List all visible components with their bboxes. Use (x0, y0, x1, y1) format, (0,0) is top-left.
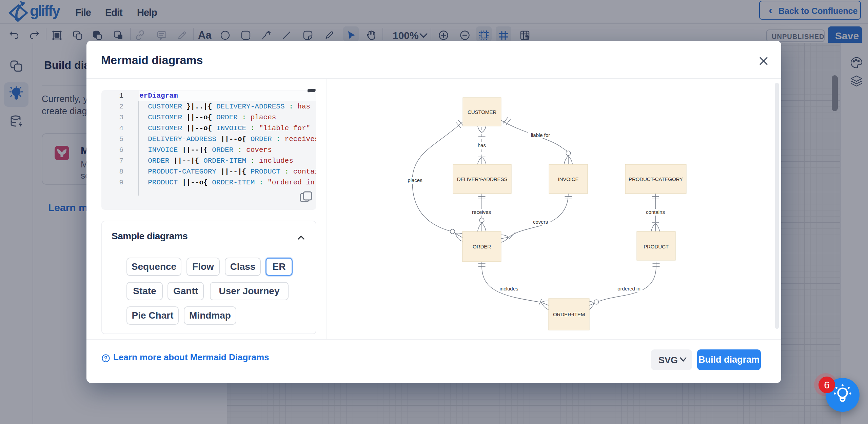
svg-text:DELIVERY-ADDRESS: DELIVERY-ADDRESS (457, 176, 508, 182)
svg-text:PRODUCT-CATEGORY: PRODUCT-CATEGORY (629, 176, 683, 182)
svg-text:PRODUCT: PRODUCT (644, 244, 669, 249)
svg-text:covers: covers (533, 219, 548, 225)
svg-text:ORDER-ITEM: ORDER-ITEM (553, 311, 585, 317)
svg-text:liable for: liable for (531, 132, 550, 138)
svg-text:ordered in: ordered in (617, 286, 640, 291)
svg-text:CUSTOMER: CUSTOMER (468, 109, 496, 115)
svg-text:places: places (408, 177, 422, 183)
svg-text:includes: includes (499, 286, 518, 291)
svg-text:INVOICE: INVOICE (558, 176, 578, 182)
svg-text:contains: contains (646, 209, 665, 215)
svg-text:receives: receives (472, 209, 491, 215)
svg-text:ORDER: ORDER (473, 244, 491, 249)
svg-text:has: has (478, 142, 486, 148)
